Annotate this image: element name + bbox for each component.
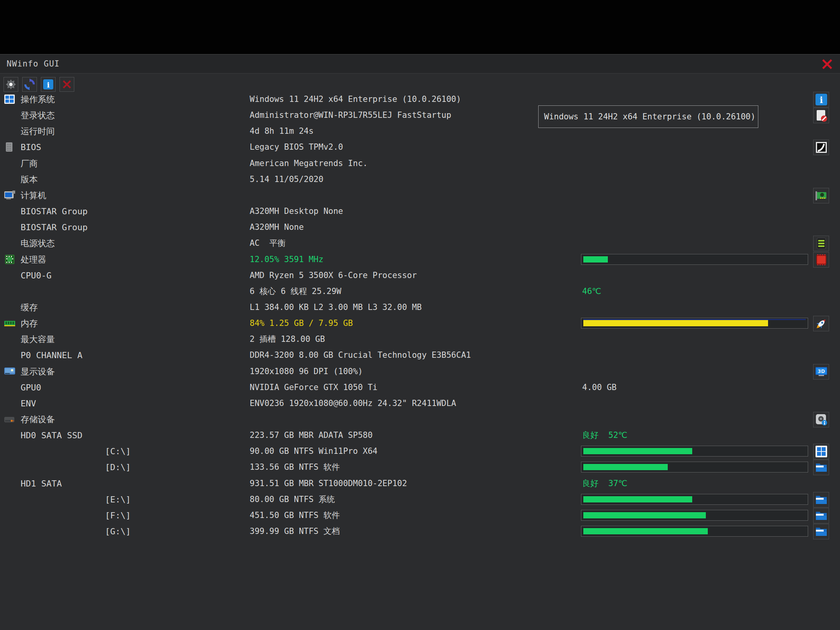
row-value: 90.00 GB NTFS Win11Pro X64: [250, 443, 378, 459]
tree-item[interactable]: [G:\]: [105, 523, 131, 539]
row-value: NVIDIA GeForce GTX 1050 Ti: [250, 380, 378, 396]
info-row: BIOSTAR GroupA320MH None: [0, 219, 840, 235]
rocket-button[interactable]: [813, 316, 829, 331]
tree-item[interactable]: CPU0-G: [21, 268, 51, 284]
tree-item[interactable]: P0 CHANNEL A: [21, 347, 82, 363]
power-list-button[interactable]: [813, 236, 829, 251]
tree-item[interactable]: 登录状态: [21, 107, 55, 123]
settings-button[interactable]: [4, 77, 18, 92]
disk-icon: [4, 413, 16, 425]
progress-bar-fill: [583, 528, 708, 534]
info-row: HD0 SATA SSD223.57 GB MBR ADATA SP580良好 …: [0, 427, 840, 443]
progress-bar: [581, 526, 808, 537]
bios-chip-icon: [4, 141, 16, 153]
tree-item[interactable]: BIOSTAR Group: [21, 219, 88, 235]
session-button[interactable]: [813, 108, 829, 123]
row-value: 931.51 GB MBR ST1000DM010-2EP102: [250, 476, 407, 492]
display-3d-button[interactable]: 3D: [813, 364, 829, 380]
tree-item[interactable]: 存储设备: [21, 411, 55, 427]
tree-item[interactable]: 最大容量: [21, 331, 55, 347]
tree-item[interactable]: 计算机: [21, 187, 46, 203]
row-value: 399.99 GB NTFS 文档: [250, 523, 340, 539]
tree-item[interactable]: 厂商: [21, 156, 38, 172]
row-value: AMD Ryzen 5 3500X 6-Core Processor: [250, 268, 417, 284]
tree-item[interactable]: [D:\]: [105, 459, 131, 475]
row-value: A320MH Desktop None: [250, 203, 343, 219]
tree-item[interactable]: 处理器: [21, 252, 46, 268]
info-row: GPU0NVIDIA GeForce GTX 1050 Ti4.00 GB: [0, 380, 840, 396]
row-value: 133.56 GB NTFS 软件: [250, 459, 340, 475]
tree-item[interactable]: 内存: [21, 315, 38, 331]
row-status-text: 46℃: [582, 284, 601, 299]
cpu-chip-icon: [4, 254, 16, 265]
row-value: 84% 1.25 GB / 7.95 GB: [250, 315, 353, 331]
tree-item[interactable]: 操作系统: [21, 91, 55, 107]
close-icon[interactable]: [821, 58, 834, 71]
tree-item[interactable]: 显示设备: [21, 364, 55, 380]
exit-button[interactable]: [60, 77, 74, 92]
tree-item[interactable]: 运行时间: [21, 123, 55, 139]
info-row: [F:\]451.50 GB NTFS 软件: [0, 508, 840, 523]
progress-bar-fill: [583, 464, 668, 470]
app-window: NWinfo GUI i Windows 11 24H2 x64 Enterpr…: [0, 54, 840, 630]
info-button[interactable]: i: [41, 77, 56, 92]
info-row: 登录状态Administrator@WIN-RP3L7R55LEJ FastSt…: [0, 107, 840, 123]
tree-item[interactable]: GPU0: [21, 380, 41, 396]
svg-text:i: i: [47, 80, 49, 89]
row-value: Administrator@WIN-RP3L7R55LEJ FastStartu…: [250, 107, 451, 123]
progress-bar-fill: [583, 320, 768, 326]
tree-item[interactable]: HD0 SATA SSD: [21, 427, 82, 443]
row-value: AC 平衡: [250, 235, 286, 251]
row-value: A320MH None: [250, 219, 304, 235]
info-row: 显示设备1920x1080 96 DPI (100%)3D: [0, 364, 840, 380]
tree-item[interactable]: [E:\]: [105, 492, 131, 508]
display-icon: [4, 366, 16, 377]
row-value: 6 核心 6 线程 25.29W: [250, 284, 341, 299]
tree-item[interactable]: 电源状态: [21, 235, 55, 251]
tree-item[interactable]: [C:\]: [105, 443, 131, 459]
svg-text:3D: 3D: [818, 369, 825, 374]
folder-button[interactable]: [813, 508, 829, 523]
tree-item[interactable]: [F:\]: [105, 508, 131, 523]
svg-text:i: i: [820, 95, 823, 105]
folder-button[interactable]: [813, 460, 829, 475]
row-value: ENV0236 1920x1080@60.00Hz 24.32" R2411WD…: [250, 396, 456, 411]
refresh-button[interactable]: [22, 77, 37, 92]
tree-item[interactable]: BIOSTAR Group: [21, 203, 88, 219]
info-row: BIOSLegacy BIOS TPMv2.0: [0, 139, 840, 155]
folder-button[interactable]: [813, 492, 829, 508]
info-row: 操作系统Windows 11 24H2 x64 Enterprise (10.0…: [0, 91, 840, 107]
info-row: [D:\]133.56 GB NTFS 软件: [0, 459, 840, 475]
row-value: 4d 8h 11m 24s: [250, 123, 313, 139]
nwinfo-app: NWinfo GUI i Windows 11 24H2 x64 Enterpr…: [0, 0, 840, 630]
info-row: [G:\]399.99 GB NTFS 文档: [0, 523, 840, 539]
tree-item[interactable]: 版本: [21, 172, 38, 187]
row-value: 223.57 GB MBR ADATA SP580: [250, 427, 373, 443]
progress-bar: [581, 318, 808, 329]
row-value: American Megatrends Inc.: [250, 156, 368, 172]
info-row: 存储设备: [0, 411, 840, 427]
tree-item[interactable]: HD1 SATA: [21, 476, 62, 492]
progress-bar: [581, 462, 808, 472]
tree-item[interactable]: ENV: [21, 396, 36, 411]
progress-bar-fill: [583, 496, 692, 502]
pci-card-button[interactable]: [813, 188, 829, 203]
progress-bar: [581, 446, 808, 457]
progress-bar-fill: [583, 256, 608, 262]
info-button[interactable]: i: [813, 92, 829, 107]
row-value: L1 384.00 KB L2 3.00 MB L3 32.00 MB: [250, 299, 422, 315]
folder-button[interactable]: [813, 524, 829, 539]
info-row: [C:\]90.00 GB NTFS Win11Pro X64: [0, 443, 840, 459]
info-row: 版本5.14 11/05/2020: [0, 172, 840, 187]
tree-item[interactable]: BIOS: [21, 139, 41, 155]
info-row: 电源状态AC 平衡: [0, 235, 840, 251]
windows-flag-button[interactable]: [813, 444, 829, 459]
bios-button[interactable]: [813, 140, 829, 155]
info-row: 厂商American Megatrends Inc.: [0, 156, 840, 172]
disk-info-button[interactable]: [813, 412, 829, 427]
row-value: 2 插槽 128.00 GB: [250, 331, 325, 347]
tree-item[interactable]: 缓存: [21, 299, 38, 315]
info-row: 6 核心 6 线程 25.29W46℃: [0, 284, 840, 299]
cpu-red-button[interactable]: [813, 252, 829, 268]
progress-bar: [581, 254, 808, 265]
